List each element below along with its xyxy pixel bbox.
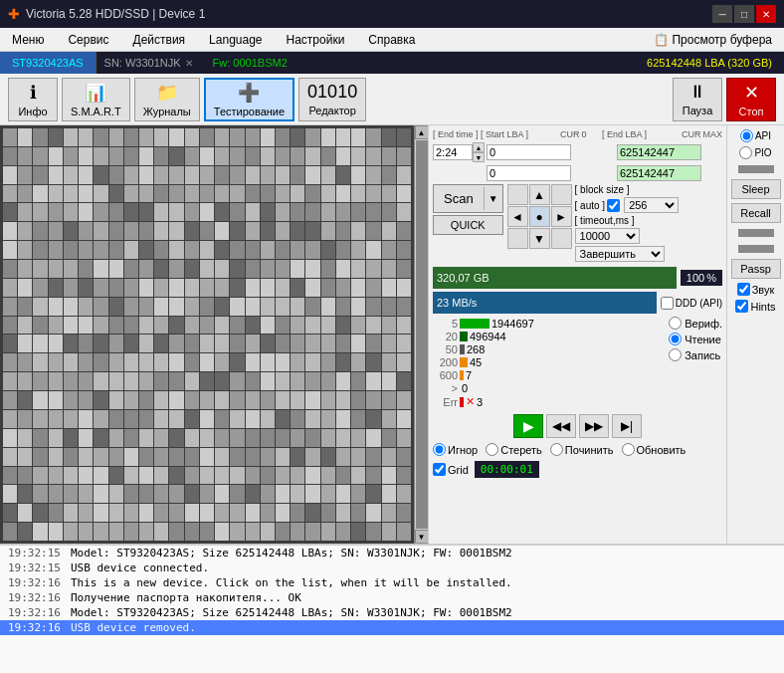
scan-cell [291, 203, 304, 221]
end-time-down[interactable]: ▼ [473, 152, 485, 162]
cur-lba-input[interactable] [487, 165, 571, 181]
menu-item-menu[interactable]: Меню [8, 31, 48, 49]
grid-checkbox[interactable] [433, 463, 446, 476]
verif-option[interactable]: Вериф. [669, 317, 722, 330]
scroll-down[interactable]: ▼ [415, 530, 429, 544]
pause-button[interactable]: ⏸ Пауза [673, 78, 722, 121]
minimize-button[interactable]: ─ [712, 5, 732, 23]
test-button[interactable]: ➕ Тестирование [204, 78, 294, 121]
scan-cell [366, 429, 380, 447]
speed-row: 23 MB/s DDD (API) [433, 292, 722, 314]
end-time-input[interactable] [433, 144, 473, 160]
app-icon: ✚ [8, 6, 20, 22]
verif-radio[interactable] [669, 317, 682, 330]
rewind-button[interactable]: ◀◀ [546, 414, 576, 438]
sound-option[interactable]: Звук [737, 283, 775, 296]
scan-dropdown-arrow[interactable]: ▼ [484, 187, 502, 210]
ignore-option[interactable]: Игнор [433, 443, 478, 456]
api-radio[interactable] [740, 129, 753, 142]
scan-cell [18, 353, 32, 371]
scan-cell [351, 391, 365, 409]
drive-tab[interactable]: ST9320423AS [0, 52, 97, 74]
dir-up[interactable]: ▲ [529, 184, 550, 205]
update-option[interactable]: Обновить [622, 443, 686, 456]
end-button[interactable]: ▶| [612, 414, 642, 438]
stop-button[interactable]: ✕ Стоп [726, 78, 776, 121]
info-button[interactable]: ℹ Инфо [8, 78, 58, 121]
fix-option[interactable]: Починить [550, 443, 614, 456]
scan-cell [124, 429, 138, 447]
scan-cell [124, 241, 138, 259]
write-radio[interactable] [669, 348, 682, 361]
play-button[interactable]: ▶ [513, 414, 543, 438]
logs-button[interactable]: 📁 Журналы [134, 78, 200, 121]
scan-cell [305, 485, 319, 503]
scan-cell [124, 147, 138, 165]
api-option[interactable]: API [740, 129, 771, 142]
hints-option[interactable]: Hints [735, 300, 775, 313]
auto-checkbox[interactable] [607, 199, 620, 212]
scan-cell [366, 523, 380, 541]
editor-button[interactable]: 01010 Редактор [298, 78, 366, 121]
sound-checkbox[interactable] [737, 283, 750, 296]
dir-center[interactable]: ● [529, 206, 550, 227]
quick-button[interactable]: QUICK [433, 215, 503, 235]
fix-radio[interactable] [550, 443, 563, 456]
smart-button[interactable]: 📊 S.M.A.R.T [62, 78, 130, 121]
scan-cell [215, 523, 229, 541]
hints-checkbox[interactable] [735, 300, 748, 313]
pio-option[interactable]: PIO [739, 146, 771, 159]
dir-left[interactable]: ◄ [507, 206, 528, 227]
end-lba-input2[interactable] [617, 165, 701, 181]
scan-cell [49, 410, 63, 428]
dir-right[interactable]: ► [551, 206, 572, 227]
scroll-thumb[interactable] [416, 140, 428, 529]
grid-checkbox-label[interactable]: Grid [433, 463, 469, 476]
forward-button[interactable]: ▶▶ [579, 414, 609, 438]
scan-cell [351, 185, 365, 203]
pio-radio[interactable] [739, 146, 752, 159]
scan-cell [397, 298, 411, 316]
ignore-radio[interactable] [433, 443, 446, 456]
maximize-button[interactable]: □ [734, 5, 754, 23]
stat-value-20: 496944 [470, 331, 506, 342]
menu-item-actions[interactable]: Действия [129, 31, 190, 49]
finish-select[interactable]: Завершить [575, 246, 665, 262]
stat-value-600: 7 [466, 369, 472, 381]
menu-item-help[interactable]: Справка [364, 31, 419, 49]
scan-cell [33, 523, 47, 541]
scroll-up[interactable]: ▲ [415, 125, 429, 139]
menu-item-settings[interactable]: Настройки [283, 31, 349, 49]
scan-cell [79, 166, 93, 184]
read-radio[interactable] [669, 333, 682, 345]
ddd-check[interactable] [661, 297, 674, 310]
stat-value-5: 1944697 [491, 318, 534, 330]
end-time-up[interactable]: ▲ [473, 142, 485, 152]
read-option[interactable]: Чтение [669, 333, 722, 345]
menu-item-service[interactable]: Сервис [64, 31, 112, 49]
sleep-button[interactable]: Sleep [731, 179, 781, 199]
timeout-select[interactable]: 10000 [575, 228, 640, 244]
api-label: API [755, 130, 771, 141]
drive-tab-close[interactable]: ✕ [185, 58, 193, 69]
end-lba-input[interactable] [617, 144, 701, 160]
close-button[interactable]: ✕ [756, 5, 776, 23]
scan-button[interactable]: Scan ▼ [433, 184, 503, 213]
dir-down[interactable]: ▼ [529, 228, 550, 249]
scrollbar[interactable]: ▲ ▼ [414, 125, 428, 544]
scan-cell [366, 260, 380, 278]
recall-button[interactable]: Recall [731, 203, 781, 223]
passp-button[interactable]: Passp [731, 259, 781, 279]
scan-cell [230, 279, 244, 297]
erase-radio[interactable] [486, 443, 498, 456]
update-radio[interactable] [622, 443, 635, 456]
block-size-select[interactable]: 256 [624, 197, 679, 213]
start-lba-input[interactable] [487, 144, 571, 160]
view-buffer-button[interactable]: 📋 Просмотр буфера [650, 31, 776, 49]
erase-option[interactable]: Стереть [486, 443, 542, 456]
write-option[interactable]: Запись [669, 348, 722, 361]
menu-item-language[interactable]: Language [205, 31, 266, 49]
end-time-spinners: ▲ ▼ [473, 142, 485, 162]
scan-cell [336, 128, 350, 146]
auto-text: [ auto ] [575, 200, 606, 211]
